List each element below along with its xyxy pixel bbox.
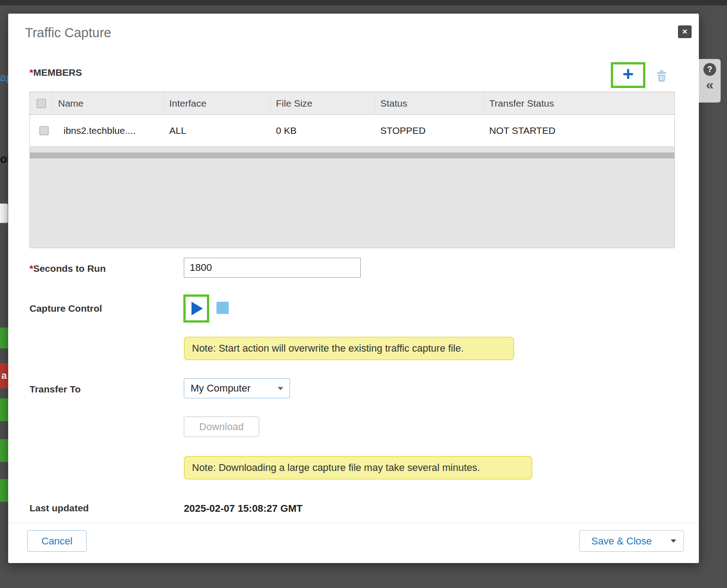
column-header-status[interactable]: Status bbox=[375, 92, 484, 114]
column-header-file-size[interactable]: File Size bbox=[270, 92, 375, 114]
trash-icon bbox=[655, 69, 668, 83]
traffic-capture-dialog: Traffic Capture ✕ *MEMBERS + bbox=[8, 14, 699, 563]
cell-status: STOPPED bbox=[375, 115, 484, 146]
last-updated-label: Last updated bbox=[29, 503, 89, 514]
browser-top-bar bbox=[0, 0, 727, 5]
capture-control-label: Capture Control bbox=[29, 303, 102, 314]
cancel-button[interactable]: Cancel bbox=[27, 530, 87, 552]
background-green-bar bbox=[0, 328, 8, 348]
column-header-name[interactable]: Name bbox=[53, 92, 164, 114]
cell-interface: ALL bbox=[164, 115, 270, 146]
annotation-highlight-play bbox=[183, 294, 209, 323]
download-button[interactable]: Download bbox=[184, 416, 259, 437]
background-heading-fragment: ol bbox=[0, 152, 8, 166]
members-table-header: Name Interface File Size Status Transfer… bbox=[30, 92, 674, 115]
seconds-to-run-label: *Seconds to Run bbox=[29, 263, 106, 274]
cell-transfer-status: NOT STARTED bbox=[484, 115, 674, 146]
start-capture-icon[interactable] bbox=[192, 302, 203, 315]
last-updated-value: 2025-02-07 15:08:27 GMT bbox=[184, 503, 303, 514]
delete-member-button[interactable] bbox=[655, 69, 668, 83]
help-icon[interactable]: ? bbox=[703, 63, 716, 76]
save-close-label: Save & Close bbox=[591, 535, 652, 547]
dialog-side-tab: ? « bbox=[699, 59, 721, 103]
chevron-down-icon bbox=[278, 387, 283, 390]
start-note: Note: Start action will overwrite the ex… bbox=[184, 337, 514, 360]
table-scrollbar[interactable] bbox=[30, 152, 674, 158]
column-header-transfer-status[interactable]: Transfer Status bbox=[484, 92, 674, 114]
seconds-to-run-input[interactable] bbox=[184, 258, 361, 278]
save-close-button[interactable]: Save & Close bbox=[579, 530, 684, 552]
table-row[interactable]: ibns2.techblue.... ALL 0 KB STOPPED NOT … bbox=[30, 115, 674, 147]
close-button[interactable]: ✕ bbox=[678, 25, 692, 38]
transfer-to-label: Transfer To bbox=[29, 384, 81, 395]
background-link-fragment: ap bbox=[0, 71, 8, 84]
add-member-icon[interactable]: + bbox=[623, 64, 634, 83]
caret-down-icon[interactable] bbox=[671, 539, 676, 543]
transfer-to-selected-value: My Computer bbox=[191, 382, 251, 394]
background-green-bar bbox=[0, 479, 8, 502]
annotation-highlight-add: + bbox=[611, 62, 645, 88]
required-asterisk: * bbox=[29, 263, 33, 274]
background-red-bar: a bbox=[0, 363, 8, 388]
cell-name: ibns2.techblue.... bbox=[53, 115, 164, 146]
screen: ap ol a Traffic Capture ✕ *MEMBERS + bbox=[0, 0, 727, 588]
required-asterisk: * bbox=[29, 67, 33, 78]
dialog-title: Traffic Capture bbox=[25, 25, 111, 40]
background-green-bar bbox=[0, 398, 8, 421]
cell-file-size: 0 KB bbox=[270, 115, 375, 146]
stop-capture-icon[interactable] bbox=[216, 302, 229, 314]
members-table: Name Interface File Size Status Transfer… bbox=[29, 92, 675, 248]
collapse-icon[interactable]: « bbox=[706, 79, 714, 91]
close-icon: ✕ bbox=[682, 28, 688, 36]
row-checkbox[interactable] bbox=[39, 126, 49, 135]
select-all-checkbox[interactable] bbox=[37, 99, 46, 108]
column-header-interface[interactable]: Interface bbox=[164, 92, 270, 114]
members-section-label: *MEMBERS bbox=[29, 67, 82, 78]
background-input-fragment bbox=[0, 203, 8, 223]
transfer-to-select[interactable]: My Computer bbox=[184, 378, 290, 398]
download-note: Note: Downloading a large capture file m… bbox=[184, 456, 532, 480]
footer-divider bbox=[8, 523, 699, 523]
background-green-bar bbox=[0, 439, 8, 462]
